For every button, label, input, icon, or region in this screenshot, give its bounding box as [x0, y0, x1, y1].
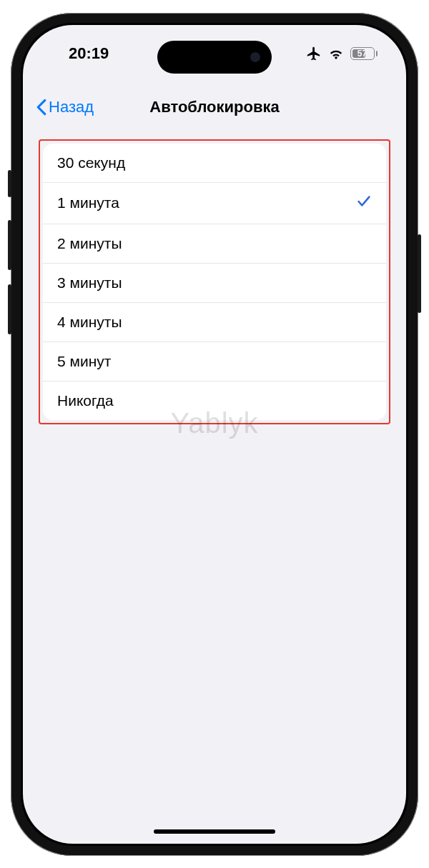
side-button-vol-down	[8, 284, 11, 334]
option-2-minutes[interactable]: 2 минуты	[43, 224, 386, 264]
back-label: Назад	[49, 98, 94, 116]
screen: 20:19 57	[23, 25, 406, 844]
airplane-icon	[306, 46, 322, 61]
annotation-highlight: 30 секунд 1 минута 2 минуты	[39, 139, 390, 424]
battery-icon: 57	[350, 47, 378, 60]
option-label: 5 минут	[57, 353, 111, 370]
option-label: 4 минуты	[57, 314, 122, 331]
option-label: Никогда	[57, 392, 114, 409]
option-3-minutes[interactable]: 3 минуты	[43, 264, 386, 303]
option-5-minutes[interactable]: 5 минут	[43, 342, 386, 381]
home-indicator[interactable]	[154, 829, 275, 834]
autolock-list: 30 секунд 1 минута 2 минуты	[43, 144, 386, 420]
checkmark-icon	[356, 194, 372, 213]
wifi-icon	[328, 47, 344, 60]
chevron-left-icon	[36, 99, 47, 116]
content: 30 секунд 1 минута 2 минуты	[39, 139, 390, 424]
option-4-minutes[interactable]: 4 минуты	[43, 303, 386, 342]
option-label: 1 минута	[57, 194, 119, 211]
phone-frame: 20:19 57	[11, 13, 418, 856]
option-30-seconds[interactable]: 30 секунд	[43, 144, 386, 183]
back-button[interactable]: Назад	[36, 98, 94, 116]
option-label: 2 минуты	[57, 235, 122, 252]
battery-percent: 57	[351, 48, 374, 59]
side-button-vol-up	[8, 220, 11, 270]
option-1-minute[interactable]: 1 минута	[43, 183, 386, 224]
side-button-power	[418, 234, 421, 313]
option-never[interactable]: Никогда	[43, 381, 386, 420]
page-title: Автоблокировка	[149, 98, 279, 116]
option-label: 30 секунд	[57, 154, 125, 171]
dynamic-island	[157, 41, 272, 74]
side-button-mute	[8, 170, 11, 197]
phone-bezel: 20:19 57	[21, 23, 408, 846]
nav-bar: Назад Автоблокировка	[23, 86, 406, 128]
option-label: 3 минуты	[57, 274, 122, 291]
